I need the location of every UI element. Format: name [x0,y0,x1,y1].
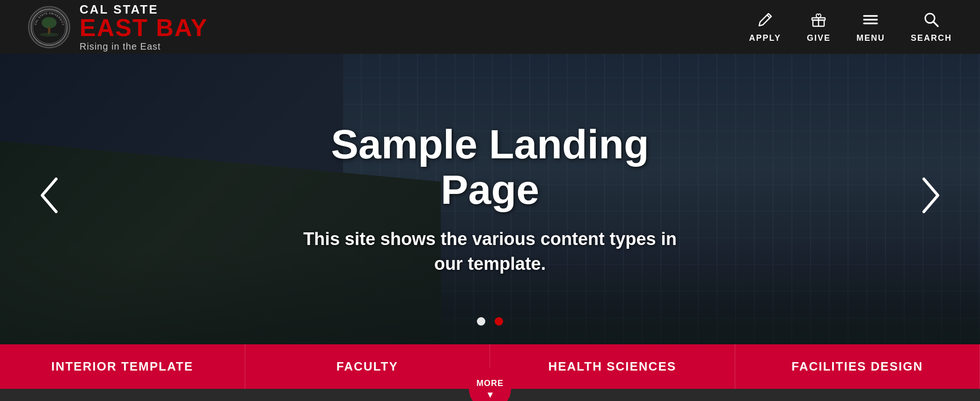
slider-dots [477,317,503,326]
hero-title: Sample Landing Page [303,122,677,213]
hamburger-icon [862,11,879,30]
more-button-container: MORE ▾ [469,368,511,401]
logo-area: CAL STATE UNIVERSITY EAST BAY CAL STATE … [28,3,208,51]
apply-button[interactable]: APPLY [749,11,781,43]
gift-icon [810,11,827,30]
slider-next-button[interactable] [905,167,957,231]
give-button[interactable]: GIVE [807,11,831,43]
logo-east-bay: EAST BAY [80,15,208,40]
site-header: CAL STATE UNIVERSITY EAST BAY CAL STATE … [0,0,980,54]
search-button[interactable]: SEARCH [911,11,952,43]
nav-item-faculty[interactable]: FACULTY [245,344,490,389]
university-seal: CAL STATE UNIVERSITY EAST BAY [28,6,70,48]
logo-tagline: Rising in the East [80,42,208,51]
search-icon [923,11,940,30]
nav-item-interior-template[interactable]: INTERIOR TEMPLATE [0,344,245,389]
slider-dot-1[interactable] [477,317,485,326]
slider-prev-button[interactable] [23,167,75,231]
nav-label-health-sciences: HEALTH SCIENCES [548,359,676,374]
logo-cal-state: CAL STATE [80,3,208,15]
menu-button[interactable]: MENU [856,11,885,43]
svg-line-12 [933,22,938,26]
hero-subtitle: This site shows the various content type… [303,227,677,276]
nav-item-facilities-design[interactable]: FACILITIES DESIGN [735,344,980,389]
more-button[interactable]: MORE ▾ [469,368,511,401]
logo-text: CAL STATE EAST BAY Rising in the East [80,3,208,51]
nav-label-faculty: FACULTY [336,359,398,374]
give-label: GIVE [807,33,831,43]
slider-dot-2[interactable] [495,317,503,326]
svg-point-2 [42,17,57,28]
menu-label: MENU [856,33,885,43]
hero-slider: Sample Landing Page This site shows the … [0,54,980,344]
header-nav-actions: APPLY GIVE [749,11,952,43]
more-label: MORE [476,379,504,388]
pencil-icon [757,11,774,30]
nav-label-facilities-design: FACILITIES DESIGN [791,359,923,374]
bottom-nav-bar: INTERIOR TEMPLATE FACULTY HEALTH SCIENCE… [0,344,980,389]
nav-item-health-sciences[interactable]: HEALTH SCIENCES [490,344,735,389]
svg-point-4 [40,33,59,37]
search-label: SEARCH [911,33,952,43]
nav-label-interior-template: INTERIOR TEMPLATE [51,359,193,374]
hero-content: Sample Landing Page This site shows the … [209,122,771,276]
chevron-down-icon: ▾ [488,390,493,399]
apply-label: APPLY [749,33,781,43]
